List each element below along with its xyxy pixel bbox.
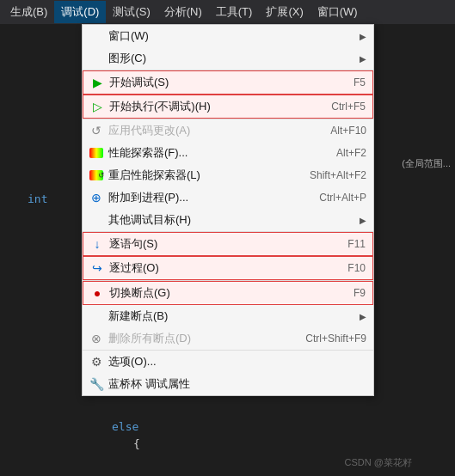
delete-all-bp-shortcut: Ctrl+Shift+F9 [305,333,366,345]
delete-all-bp-icon: ⊗ [88,330,105,347]
menu-debug[interactable]: 调试(D) [54,1,106,23]
graphic-icon [88,50,105,67]
apply-code-label: 应用代码更改(A) [108,123,317,138]
step-into-label: 逐语句(S) [109,236,334,252]
menu-section-5: ● 切换断点(G) F9 新建断点(B) ▶ ⊗ 删除所有断点(D) Ctrl+… [83,281,373,351]
restart-perf-shortcut: Shift+Alt+F2 [310,169,366,181]
menu-analyze[interactable]: 分析(N) [157,1,209,23]
window-arrow: ▶ [360,32,366,41]
perf-explorer-shortcut: Alt+F2 [336,147,366,159]
menu-bar: 生成(B) 调试(D) 测试(S) 分析(N) 工具(T) 扩展(X) 窗口(W… [0,0,455,24]
menu-section-6: ⚙ 选项(O)... 🔧 蓝桥杯 调试属性 [83,351,373,395]
attach-process-label: 附加到进程(P)... [108,190,305,205]
step-into-shortcut: F11 [347,238,366,250]
menu-item-other-debug-targets[interactable]: 其他调试目标(H) ▶ [83,209,373,231]
menu-item-graphic[interactable]: 图形(C) ▶ [83,47,373,70]
menu-item-new-bp[interactable]: 新建断点(B) ▶ [83,305,373,327]
attach-process-shortcut: Ctrl+Alt+P [319,192,366,204]
menu-item-attach-process[interactable]: ⊕ 附加到进程(P)... Ctrl+Alt+P [83,186,373,209]
else-keyword: else [112,420,138,433]
step-into-icon: ↓ [89,235,106,253]
start-debug-label: 开始调试(S) [109,75,340,90]
menu-item-toggle-bp[interactable]: ● 切换断点(G) F9 [83,281,373,305]
menu-tools[interactable]: 工具(T) [209,1,260,23]
graphic-arrow: ▶ [360,54,366,64]
menu-section-3: ↺ 应用代码更改(A) Alt+F10 性能探索器(F)... Alt+F2 ↺… [83,119,373,232]
toggle-bp-shortcut: F9 [354,287,366,299]
step-over-label: 逐过程(O) [109,260,334,276]
menu-item-restart-perf[interactable]: ↺ 重启性能探索器(L) Shift+Alt+F2 [83,164,373,186]
toggle-bp-icon: ● [89,284,106,302]
int-keyword: int [28,192,47,205]
open-brace: { [133,437,140,450]
step-over-shortcut: F10 [347,262,366,274]
start-no-debug-shortcut: Ctrl+F5 [331,101,366,113]
menu-item-start-debug[interactable]: ▶ 开始调试(S) F5 [83,70,373,95]
apply-code-icon: ↺ [88,122,105,139]
options-label: 选项(O)... [108,354,366,369]
menu-item-step-into[interactable]: ↓ 逐语句(S) F11 [83,232,373,256]
new-bp-arrow: ▶ [360,312,366,321]
menu-item-lanqiao-debug[interactable]: 🔧 蓝桥杯 调试属性 [83,373,373,395]
menu-test[interactable]: 测试(S) [106,1,157,23]
menu-item-apply-code: ↺ 应用代码更改(A) Alt+F10 [83,119,373,142]
restart-perf-label: 重启性能探索器(L) [108,168,296,183]
menu-item-window[interactable]: 窗口(W) ▶ [83,25,373,47]
start-no-debug-label: 开始执行(不调试)(H) [109,99,317,114]
graphic-label: 图形(C) [108,51,353,66]
watermark: CSDN @菜花籽 [345,456,412,469]
menu-section-1: 窗口(W) ▶ 图形(C) ▶ [83,25,373,70]
apply-code-shortcut: Alt+F10 [330,125,366,137]
perf-explorer-icon [88,144,105,162]
new-bp-icon [88,308,105,325]
other-debug-icon [88,211,105,229]
other-debug-arrow: ▶ [360,216,366,225]
menu-extend[interactable]: 扩展(X) [259,1,310,23]
menu-item-start-no-debug[interactable]: ▷ 开始执行(不调试)(H) Ctrl+F5 [83,95,373,119]
lanqiao-debug-label: 蓝桥杯 调试属性 [108,376,366,392]
menu-section-2: ▶ 开始调试(S) F5 ▷ 开始执行(不调试)(H) Ctrl+F5 [83,70,373,119]
other-debug-label: 其他调试目标(H) [108,212,353,228]
perf-explorer-label: 性能探索器(F)... [108,145,323,161]
menu-generate[interactable]: 生成(B) [3,1,54,23]
menu-window[interactable]: 窗口(W) [311,1,365,23]
lanqiao-debug-icon: 🔧 [88,375,105,393]
toggle-bp-label: 切换断点(G) [109,285,340,301]
menu-item-step-over[interactable]: ↪ 逐过程(O) F10 [83,256,373,280]
step-over-icon: ↪ [89,259,106,277]
options-gear-icon: ⚙ [88,353,105,370]
debug-dropdown-menu: 窗口(W) ▶ 图形(C) ▶ ▶ 开始调试(S) F5 ▷ 开始执行(不调试)… [82,24,374,396]
menu-item-perf-explorer[interactable]: 性能探索器(F)... Alt+F2 [83,142,373,164]
menu-item-options[interactable]: ⚙ 选项(O)... [83,351,373,373]
start-no-debug-icon: ▷ [89,98,106,115]
start-debug-shortcut: F5 [354,76,366,88]
new-bp-label: 新建断点(B) [108,308,353,324]
start-debug-icon: ▶ [89,74,106,91]
restart-perf-icon: ↺ [88,167,105,184]
window-label: 窗口(W) [108,28,353,44]
menu-section-4: ↓ 逐语句(S) F11 ↪ 逐过程(O) F10 [83,232,373,281]
delete-all-bp-label: 删除所有断点(D) [108,331,292,346]
menu-item-delete-all-bp: ⊗ 删除所有断点(D) Ctrl+Shift+F9 [83,327,373,350]
window-icon [88,27,105,45]
scope-annotation: (全局范围... [402,157,451,170]
attach-process-icon: ⊕ [88,189,105,206]
